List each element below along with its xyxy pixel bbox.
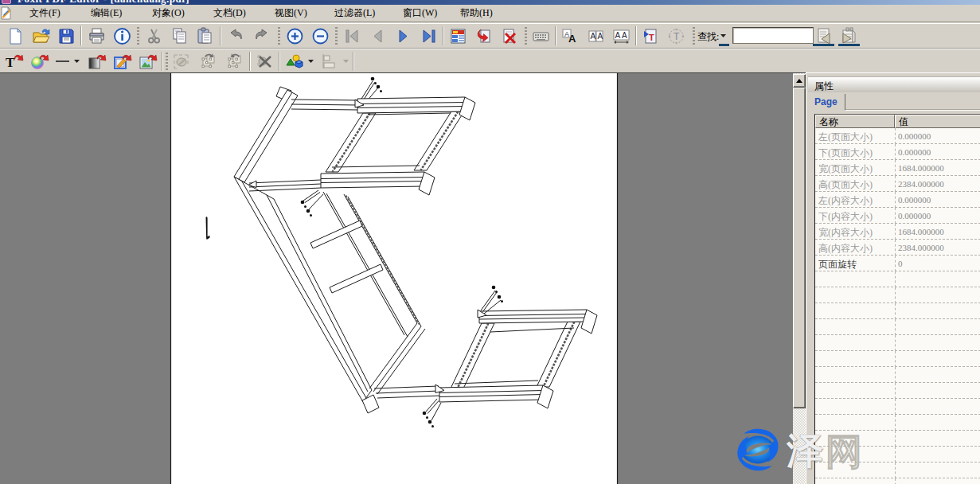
last-page-button[interactable] <box>416 25 440 47</box>
svg-text:T: T <box>649 33 654 42</box>
rotate-object-left-button[interactable] <box>197 50 221 72</box>
property-row[interactable]: 下(页面大小)0.000000 <box>815 144 980 160</box>
toolbar-grip-handle[interactable] <box>335 27 338 45</box>
property-name: 高(内容大小) <box>818 242 873 256</box>
print-icon <box>87 26 107 46</box>
char-scale-button[interactable]: AA <box>609 25 633 47</box>
svg-text:T: T <box>6 55 15 70</box>
toolbar-grip-handle[interactable] <box>166 53 168 70</box>
rotate-page-button[interactable] <box>471 25 495 47</box>
copy-icon <box>170 26 189 46</box>
panel-title-tab[interactable]: 属性 <box>808 76 980 92</box>
zoom-out-button[interactable] <box>308 25 332 47</box>
rotate-object-left-icon <box>199 52 219 72</box>
scrollbar-thumb[interactable] <box>793 88 806 408</box>
column-header-name[interactable]: 名称 <box>815 115 895 128</box>
edit-image-button[interactable] <box>110 50 134 72</box>
print-button[interactable] <box>84 25 108 47</box>
next-page-button[interactable] <box>391 25 415 47</box>
menu-file[interactable]: 文件(F) <box>29 5 61 21</box>
previous-page-button[interactable] <box>365 25 389 47</box>
cut-button[interactable] <box>142 25 166 47</box>
circle-text-button[interactable]: T <box>664 25 688 47</box>
vertical-scrollbar[interactable] <box>793 72 806 484</box>
scroll-up-button[interactable] <box>793 74 806 88</box>
save-button[interactable] <box>54 25 78 47</box>
page-layout-button[interactable] <box>446 25 470 47</box>
menu-window[interactable]: 窗口(W) <box>403 5 437 21</box>
rotate-object-right-button[interactable] <box>223 50 247 72</box>
delete-page-button[interactable] <box>497 25 521 47</box>
column-header-value[interactable]: 值 <box>895 115 980 128</box>
new-document-icon <box>6 26 25 46</box>
toolbar-separator <box>555 26 556 45</box>
toolbar-separator <box>279 52 280 71</box>
column-divider <box>895 240 896 256</box>
add-gradient-button[interactable] <box>84 50 108 72</box>
menu-edit[interactable]: 编辑(E) <box>91 5 122 21</box>
add-shading-button[interactable] <box>27 50 51 72</box>
text-style-button[interactable]: AA <box>558 25 582 47</box>
align-objects-button[interactable] <box>318 50 342 72</box>
text-style-icon: AA <box>560 26 580 46</box>
menu-object[interactable]: 对象(O) <box>152 5 185 21</box>
property-row[interactable]: 宽(页面大小)1684.000000 <box>815 160 980 176</box>
zoom-in-button[interactable] <box>283 25 306 47</box>
column-divider <box>895 192 896 208</box>
line-width-dropdown[interactable] <box>72 50 82 72</box>
char-spacing-button[interactable]: AA <box>584 25 607 47</box>
chevron-down-icon <box>307 59 314 64</box>
toolbar-grip-handle[interactable] <box>525 27 527 45</box>
property-row[interactable]: 左(内容大小)0.000000 <box>815 192 980 208</box>
paste-button[interactable] <box>193 25 217 47</box>
undo-button[interactable] <box>224 25 248 47</box>
property-row-empty <box>815 303 980 319</box>
property-row-empty <box>815 478 980 484</box>
document-canvas[interactable] <box>0 72 793 484</box>
toolbar-grip-handle[interactable] <box>137 27 139 45</box>
keyboard-button[interactable] <box>529 25 552 47</box>
property-row[interactable]: 下(内容大小)0.000000 <box>815 208 980 224</box>
page-layout-icon <box>448 26 468 46</box>
copy-button[interactable] <box>167 25 191 47</box>
select-lasso-button[interactable] <box>169 50 193 72</box>
menu-help[interactable]: 帮助(H) <box>460 5 493 21</box>
column-divider <box>895 224 896 240</box>
property-row[interactable]: 高(页面大小)2384.000000 <box>815 176 980 192</box>
property-row[interactable]: 页面旋转0 <box>815 256 980 271</box>
toolbar-grip-handle[interactable] <box>278 27 280 45</box>
property-value: 1684.000000 <box>898 227 944 236</box>
find-input[interactable] <box>732 27 814 44</box>
menu-filter[interactable]: 过滤器(L) <box>334 5 375 21</box>
first-page-icon <box>342 26 362 46</box>
menu-bar: 文件(F) 编辑(E) 对象(O) 文档(D) 视图(V) 过滤器(L) 窗口(… <box>0 5 980 22</box>
pdf-page[interactable] <box>0 73 793 484</box>
delete-object-button[interactable] <box>252 50 276 72</box>
open-folder-icon <box>31 26 51 46</box>
toolbar-grip-handle[interactable] <box>693 27 695 45</box>
insert-text-button[interactable]: T <box>638 25 662 47</box>
add-text-button[interactable]: T <box>2 50 25 72</box>
property-row[interactable]: 左(页面大小)0.000000 <box>815 128 980 144</box>
menu-document[interactable]: 文档(D) <box>213 5 246 21</box>
toolbar-separator <box>353 52 354 71</box>
first-page-button[interactable] <box>340 25 364 47</box>
column-divider <box>895 128 896 144</box>
property-name: 宽(页面大小) <box>818 162 873 176</box>
redo-button[interactable] <box>249 25 273 47</box>
add-shape-dropdown[interactable] <box>306 50 316 72</box>
add-image-button[interactable] <box>135 50 159 72</box>
new-document-button[interactable] <box>3 25 27 47</box>
align-dropdown[interactable] <box>341 50 351 72</box>
info-button[interactable] <box>110 25 134 47</box>
svg-text:A: A <box>615 30 620 39</box>
chevron-down-icon <box>720 33 727 38</box>
property-row[interactable]: 宽(内容大小)1684.000000 <box>815 224 980 240</box>
open-folder-button[interactable] <box>29 25 53 47</box>
tab-page[interactable]: Page <box>808 93 845 110</box>
property-name: 下(页面大小) <box>818 146 873 160</box>
column-divider <box>895 256 896 271</box>
property-row[interactable]: 高(内容大小)2384.000000 <box>815 240 980 256</box>
add-shape-button[interactable] <box>283 50 306 72</box>
menu-view[interactable]: 视图(V) <box>275 5 307 21</box>
